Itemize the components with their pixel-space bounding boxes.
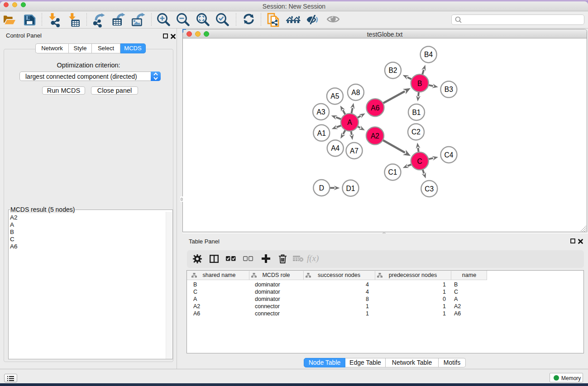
svg-text:C1: C1 xyxy=(388,168,397,176)
svg-text:B4: B4 xyxy=(424,51,433,58)
svg-text:D: D xyxy=(319,184,324,192)
svg-text:A5: A5 xyxy=(330,92,339,100)
svg-text:A4: A4 xyxy=(331,144,339,152)
svg-text:C2: C2 xyxy=(411,128,421,136)
svg-text:A2: A2 xyxy=(371,132,379,140)
svg-text:B3: B3 xyxy=(445,86,453,93)
svg-text:A7: A7 xyxy=(350,147,359,155)
svg-text:C4: C4 xyxy=(445,151,454,159)
svg-text:B: B xyxy=(417,80,422,87)
svg-text:A1: A1 xyxy=(317,129,326,137)
svg-text:A: A xyxy=(347,119,352,126)
svg-text:A6: A6 xyxy=(371,104,379,112)
svg-text:C3: C3 xyxy=(425,185,434,193)
svg-text:B2: B2 xyxy=(388,67,397,74)
svg-text:C: C xyxy=(417,157,422,165)
svg-text:A8: A8 xyxy=(351,89,360,96)
svg-text:B1: B1 xyxy=(412,109,421,116)
svg-text:D1: D1 xyxy=(346,185,355,192)
svg-text:A3: A3 xyxy=(317,108,325,116)
